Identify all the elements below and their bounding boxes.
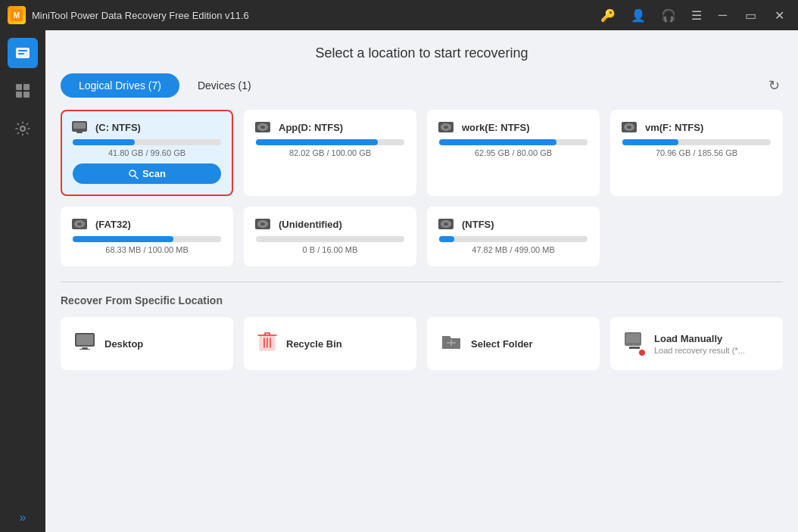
folder-label: Select Folder: [471, 338, 533, 350]
drive-c-progress-fill: [73, 139, 135, 145]
load-card-text: Load Manually Load recovery result (*...: [654, 333, 745, 355]
recycle-label: Recycle Bin: [286, 338, 342, 350]
recover-section-title: Recover From Specific Location: [61, 294, 783, 306]
svg-point-20: [444, 126, 448, 129]
svg-line-14: [135, 176, 138, 179]
drive-card-e[interactable]: work(E: NTFS) 62.95 GB / 80.00 GB: [427, 110, 600, 196]
drive-ntfs-name: (NTFS): [462, 219, 588, 230]
svg-rect-7: [16, 92, 22, 98]
minimize-button[interactable]: ─: [712, 7, 733, 23]
drive-unid-name: (Unidentified): [279, 219, 404, 230]
drive-e-progress-bg: [439, 139, 588, 145]
drive-icon-e: [438, 120, 454, 138]
refresh-button[interactable]: ↻: [765, 74, 783, 97]
recycle-card-text: Recycle Bin: [286, 338, 342, 350]
maximize-button[interactable]: ▭: [739, 7, 762, 24]
drive-icon-unid: [254, 217, 271, 235]
drive-unid-size: 0 B / 16.00 MB: [256, 245, 404, 254]
drive-ntfs-progress-bg: [439, 236, 588, 242]
menu-icon[interactable]: ☰: [687, 7, 706, 24]
drive-card-f[interactable]: vm(F: NTFS) 70.96 GB / 185.56 GB: [610, 110, 783, 196]
svg-rect-45: [626, 334, 640, 343]
svg-point-9: [20, 126, 25, 131]
drive-d-name: App(D: NTFS): [279, 122, 404, 133]
recycle-bin-icon: [257, 331, 277, 356]
drive-card-unid[interactable]: (Unidentified) 0 B / 16.00 MB: [244, 207, 416, 266]
headset-icon[interactable]: 🎧: [656, 7, 681, 24]
user-icon[interactable]: 👤: [626, 7, 650, 24]
sidebar-item-settings[interactable]: [8, 114, 38, 144]
drive-card-ntfs[interactable]: (NTFS) 47.82 MB / 499.00 MB: [427, 207, 600, 266]
scan-button-c[interactable]: Scan: [73, 163, 221, 184]
close-button[interactable]: ✕: [768, 7, 790, 24]
app-title: MiniTool Power Data Recovery Free Editio…: [32, 10, 596, 21]
title-bar: M MiniTool Power Data Recovery Free Edit…: [0, 0, 798, 30]
drive-icon-c: [71, 120, 88, 138]
app-logo: M: [8, 6, 26, 24]
drives-grid-row2: (FAT32) 68.33 MB / 100.00 MB (Unidentifi…: [61, 207, 783, 266]
recover-card-recycle[interactable]: Recycle Bin: [244, 317, 416, 370]
recover-card-load[interactable]: Load Manually Load recovery result (*...: [610, 317, 783, 370]
drive-card-c[interactable]: (C: NTFS) 41.80 GB / 99.60 GB Scan: [61, 110, 233, 196]
svg-rect-35: [82, 347, 88, 349]
desktop-label: Desktop: [104, 338, 143, 350]
svg-point-32: [444, 222, 448, 226]
content-area: Select a location to start recovering Lo…: [45, 30, 798, 532]
drive-fat32-name: (FAT32): [95, 219, 221, 230]
key-icon[interactable]: 🔑: [596, 7, 620, 24]
drive-card-fat32[interactable]: (FAT32) 68.33 MB / 100.00 MB: [61, 207, 233, 266]
drive-fat32-size: 68.33 MB / 100.00 MB: [73, 245, 221, 254]
svg-point-23: [627, 126, 631, 129]
drive-fat32-progress-bg: [73, 236, 221, 242]
sidebar: »: [0, 30, 45, 532]
load-icon: [624, 331, 645, 356]
desktop-icon: [74, 332, 95, 355]
load-label: Load Manually: [654, 333, 745, 344]
drive-ntfs-size: 47.82 MB / 499.00 MB: [439, 245, 588, 254]
svg-point-26: [77, 222, 82, 226]
svg-text:M: M: [14, 11, 20, 20]
drive-card-d[interactable]: App(D: NTFS) 82.02 GB / 100.00 GB: [244, 110, 416, 196]
sidebar-bottom: »: [16, 511, 30, 524]
window-controls: 🔑 👤 🎧 ☰ ─ ▭ ✕: [596, 7, 790, 24]
drive-e-name: work(E: NTFS): [462, 122, 588, 133]
recover-card-desktop[interactable]: Desktop: [61, 317, 233, 370]
recover-card-folder[interactable]: Select Folder: [427, 317, 600, 370]
expand-icon[interactable]: »: [16, 507, 30, 527]
main-container: » Select a location to start recovering …: [0, 30, 798, 532]
drive-d-progress-fill: [256, 139, 378, 145]
drive-c-name: (C: NTFS): [95, 122, 221, 133]
drive-e-size: 62.95 GB / 80.00 GB: [439, 148, 588, 157]
svg-rect-11: [73, 123, 86, 129]
drive-ntfs-progress-fill: [439, 236, 454, 242]
svg-rect-5: [16, 84, 22, 90]
svg-rect-12: [76, 132, 83, 133]
svg-rect-8: [23, 92, 30, 98]
drive-d-progress-bg: [256, 139, 404, 145]
drive-c-progress-bg: [73, 139, 221, 145]
drive-f-progress-fill: [622, 139, 678, 145]
drive-d-size: 82.02 GB / 100.00 GB: [256, 148, 404, 157]
load-sublabel: Load recovery result (*...: [654, 346, 745, 355]
svg-point-29: [260, 222, 265, 226]
folder-card-text: Select Folder: [471, 338, 533, 350]
drive-fat32-progress-fill: [73, 236, 173, 242]
drive-f-progress-bg: [622, 139, 771, 145]
tab-logical-drives[interactable]: Logical Drives (7): [61, 73, 179, 98]
svg-rect-4: [18, 53, 24, 54]
load-badge: [638, 349, 646, 356]
drive-f-size: 70.96 GB / 185.56 GB: [622, 148, 771, 157]
svg-rect-3: [18, 50, 27, 51]
sidebar-item-recovery[interactable]: [8, 38, 38, 68]
recover-grid: Desktop Recycle Bin: [61, 317, 783, 370]
drive-icon-ntfs: [438, 217, 454, 235]
drive-c-size: 41.80 GB / 99.60 GB: [73, 148, 221, 157]
drive-e-progress-fill: [439, 139, 556, 145]
svg-point-17: [260, 126, 265, 129]
sidebar-item-dashboard[interactable]: [8, 76, 38, 106]
tab-devices[interactable]: Devices (1): [179, 73, 270, 98]
drive-icon-f: [621, 120, 637, 138]
drive-unid-progress-bg: [256, 236, 404, 242]
svg-rect-6: [23, 84, 30, 90]
svg-rect-36: [79, 349, 90, 350]
